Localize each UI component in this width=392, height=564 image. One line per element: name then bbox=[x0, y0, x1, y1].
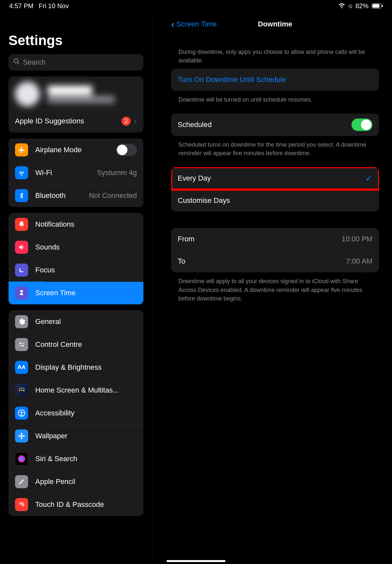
svg-point-17 bbox=[21, 435, 23, 437]
fingerprint-icon bbox=[15, 498, 28, 511]
sidebar-item-wallpaper[interactable]: Wallpaper bbox=[8, 425, 143, 447]
home-indicator bbox=[167, 560, 225, 562]
every-day-label: Every Day bbox=[178, 174, 365, 183]
airplane-toggle[interactable] bbox=[116, 144, 137, 156]
svg-rect-12 bbox=[19, 390, 21, 391]
apple-id-group: ████████ ████████████████ Apple ID Sugge… bbox=[8, 76, 143, 133]
rotation-lock-icon: ⦸ bbox=[349, 3, 352, 9]
back-label: Screen Time bbox=[176, 20, 217, 28]
to-label: To bbox=[178, 257, 346, 266]
sidebar-item-airplane[interactable]: Airplane Mode bbox=[8, 138, 143, 161]
sidebar-item-screen-time[interactable]: Screen Time bbox=[8, 282, 143, 304]
sidebar-item-wifi[interactable]: Wi-Fi Systumm 4g bbox=[8, 161, 143, 184]
sidebar-item-apple-pencil[interactable]: Apple Pencil bbox=[8, 470, 143, 493]
to-row[interactable]: To 7:00 AM bbox=[171, 250, 379, 272]
svg-rect-2 bbox=[382, 5, 383, 7]
sidebar-item-sounds[interactable]: Sounds bbox=[8, 236, 143, 259]
row-label: Wi-Fi bbox=[35, 169, 97, 177]
sidebar-item-display[interactable]: AA Display & Brightness bbox=[8, 356, 143, 379]
sidebar-item-home-screen[interactable]: Home Screen & Multitas... bbox=[8, 379, 143, 402]
row-detail: Systumm 4g bbox=[97, 169, 137, 177]
svg-rect-8 bbox=[19, 346, 21, 346]
svg-point-18 bbox=[21, 433, 23, 435]
sidebar-item-focus[interactable]: Focus bbox=[8, 259, 143, 282]
scheduled-footer: Scheduled turns on downtime for the time… bbox=[171, 137, 379, 157]
status-bar: 4:57 PM Fri 10 Nov ⦸ 82% bbox=[0, 0, 392, 12]
svg-point-7 bbox=[22, 345, 24, 347]
row-label: Sounds bbox=[35, 243, 137, 251]
aa-icon: AA bbox=[15, 361, 28, 374]
battery-pct: 82% bbox=[355, 2, 368, 10]
svg-rect-9 bbox=[19, 388, 21, 389]
chevron-left-icon: ‹ bbox=[171, 19, 174, 30]
sidebar-item-notifications[interactable]: Notifications bbox=[8, 213, 143, 236]
moon-icon bbox=[15, 264, 28, 277]
suggestions-badge: 2 bbox=[122, 117, 131, 126]
chevron-right-icon: › bbox=[134, 116, 137, 126]
row-label: Focus bbox=[35, 266, 137, 274]
intro-text: During downtime, only apps you choose to… bbox=[171, 48, 379, 69]
svg-point-20 bbox=[18, 435, 20, 437]
apple-id-suggestions-label: Apple ID Suggestions bbox=[15, 117, 122, 125]
apple-id-suggestions-row[interactable]: Apple ID Suggestions 2 › bbox=[8, 110, 143, 133]
notifications-group: Notifications Sounds Focus Screen Time bbox=[8, 213, 143, 304]
row-label: Control Centre bbox=[35, 340, 137, 349]
from-row[interactable]: From 10:00 PM bbox=[171, 228, 379, 250]
svg-rect-13 bbox=[21, 390, 23, 391]
avatar bbox=[15, 82, 40, 106]
turn-on-downtime-row[interactable]: Turn On Downtime Until Schedule bbox=[171, 69, 379, 91]
apple-id-sub: ████████████████ bbox=[48, 96, 114, 103]
row-label: Siri & Search bbox=[35, 455, 137, 463]
row-label: Home Screen & Multitas... bbox=[35, 386, 137, 395]
row-label: Airplane Mode bbox=[35, 146, 116, 154]
svg-rect-11 bbox=[23, 388, 25, 389]
check-icon: ✓ bbox=[365, 173, 372, 184]
bottom-footer: Downtime will apply to all your devices … bbox=[171, 274, 379, 302]
row-label: Screen Time bbox=[35, 289, 137, 297]
sidebar-item-siri[interactable]: Siri & Search bbox=[8, 447, 143, 470]
hourglass-icon bbox=[15, 286, 28, 299]
status-time: 4:57 PM bbox=[9, 2, 33, 10]
svg-rect-14 bbox=[23, 390, 25, 391]
to-value: 7:00 AM bbox=[346, 257, 372, 266]
page-title: Settings bbox=[8, 33, 143, 48]
customise-label: Customise Days bbox=[178, 196, 372, 205]
every-day-row[interactable]: Every Day ✓ bbox=[171, 167, 379, 189]
status-date: Fri 10 Nov bbox=[39, 2, 69, 10]
grid-icon bbox=[15, 384, 28, 397]
svg-point-22 bbox=[18, 455, 25, 462]
svg-rect-10 bbox=[21, 388, 23, 389]
nav-header: ‹ Screen Time Downtime bbox=[171, 18, 379, 31]
row-label: Notifications bbox=[35, 220, 137, 229]
scheduled-toggle[interactable] bbox=[351, 119, 372, 131]
speaker-icon bbox=[15, 241, 28, 254]
bluetooth-icon bbox=[15, 189, 28, 202]
row-detail: Not Connected bbox=[89, 191, 137, 200]
sidebar-item-general[interactable]: General bbox=[8, 310, 143, 333]
row-label: Wallpaper bbox=[35, 432, 137, 440]
svg-point-21 bbox=[23, 435, 24, 437]
svg-point-5 bbox=[20, 343, 22, 345]
sidebar-item-accessibility[interactable]: Accessibility bbox=[8, 402, 143, 425]
sidebar-item-control-centre[interactable]: Control Centre bbox=[8, 333, 143, 356]
wifi-icon bbox=[15, 166, 28, 179]
detail-pane: ‹ Screen Time Downtime During downtime, … bbox=[152, 12, 392, 564]
svg-point-3 bbox=[14, 59, 18, 63]
back-button[interactable]: ‹ Screen Time bbox=[171, 19, 217, 30]
svg-point-19 bbox=[21, 437, 23, 439]
row-label: Bluetooth bbox=[35, 191, 89, 200]
row-label: Display & Brightness bbox=[35, 363, 137, 372]
scheduled-row[interactable]: Scheduled bbox=[171, 114, 379, 136]
customise-days-row[interactable]: Customise Days bbox=[171, 189, 379, 212]
apple-id-row[interactable]: ████████ ████████████████ bbox=[8, 76, 143, 110]
sidebar-item-bluetooth[interactable]: Bluetooth Not Connected bbox=[8, 184, 143, 207]
from-value: 10:00 PM bbox=[342, 235, 372, 243]
settings-sidebar: Settings Search ████████ ███████████████… bbox=[0, 12, 152, 564]
person-icon bbox=[15, 407, 28, 420]
gear-icon bbox=[15, 315, 28, 328]
row-label: Touch ID & Passcode bbox=[35, 500, 137, 509]
sidebar-item-touch-id[interactable]: Touch ID & Passcode bbox=[8, 493, 143, 516]
bell-icon bbox=[15, 218, 28, 231]
connectivity-group: Airplane Mode Wi-Fi Systumm 4g Bluetooth… bbox=[8, 138, 143, 207]
search-input[interactable]: Search bbox=[8, 54, 143, 71]
